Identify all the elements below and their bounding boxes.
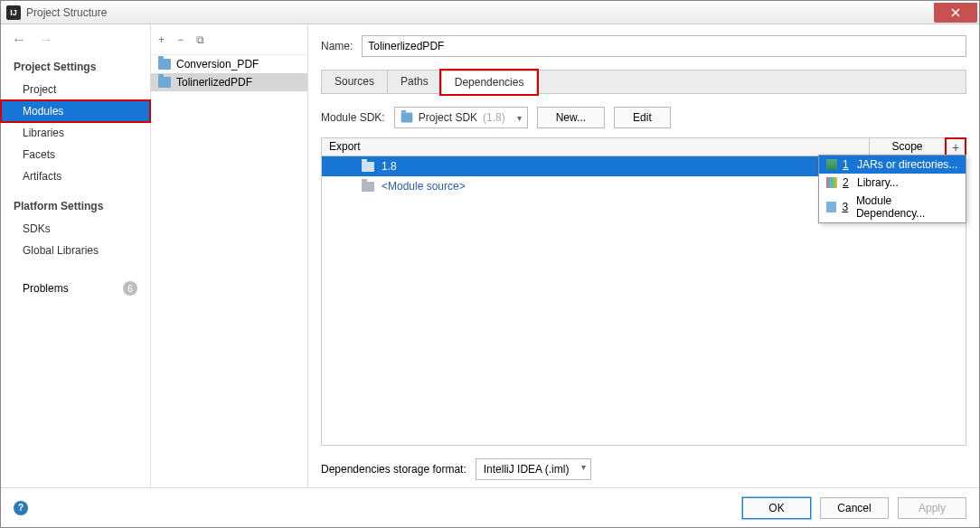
module-icon: [826, 202, 836, 212]
dep-label: <Module source>: [382, 180, 466, 193]
titlebar: IJ Project Structure: [1, 1, 979, 24]
project-structure-window: IJ Project Structure ← → Project Setting…: [0, 0, 980, 528]
module-item-conversion-pdf[interactable]: Conversion_PDF: [151, 55, 307, 73]
folder-icon: [158, 59, 171, 70]
sidebar-item-project[interactable]: Project: [1, 79, 150, 100]
ok-button[interactable]: OK: [742, 497, 811, 519]
remove-module-icon[interactable]: −: [177, 33, 184, 46]
popup-underline: 2: [843, 176, 852, 189]
window-title: Project Structure: [26, 6, 934, 19]
module-label: Conversion_PDF: [176, 58, 259, 71]
module-label: TolinerlizedPDF: [176, 76, 252, 89]
popup-label: Module Dependency...: [856, 194, 958, 220]
sdk-row: Module SDK: Project SDK (1.8) ▾ New... E…: [321, 107, 966, 128]
content-area: ← → Project Settings Project Modules Lib…: [1, 24, 979, 487]
deps-header: Export Scope +: [322, 138, 966, 156]
storage-format-dropdown[interactable]: IntelliJ IDEA (.iml): [476, 458, 591, 480]
popup-underline: 3: [842, 201, 850, 213]
sidebar-item-facets[interactable]: Facets: [1, 144, 150, 165]
settings-sidebar: ← → Project Settings Project Modules Lib…: [1, 24, 151, 487]
module-list-pane: + − ⧉ Conversion_PDF TolinerlizedPDF: [151, 24, 308, 487]
edit-sdk-button[interactable]: Edit: [614, 107, 671, 128]
storage-label: Dependencies storage format:: [321, 463, 466, 476]
chevron-down-icon: ▾: [517, 113, 522, 123]
popup-label: JARs or directories...: [857, 158, 957, 171]
sdk-value: Project SDK: [419, 111, 477, 124]
dep-label: 1.8: [382, 160, 397, 173]
forward-arrow-icon[interactable]: →: [39, 32, 53, 48]
dialog-footer: ? OK Cancel Apply: [1, 487, 979, 527]
name-label: Name:: [321, 40, 353, 52]
popup-item-jars[interactable]: 1 JARs or directories...: [819, 156, 966, 174]
app-icon: IJ: [6, 5, 21, 20]
sidebar-item-global-libraries[interactable]: Global Libraries: [1, 240, 150, 261]
popup-label: Library...: [857, 176, 899, 189]
library-icon: [826, 177, 837, 188]
main-pane: Name: Sources Paths Dependencies Module …: [308, 24, 979, 487]
cancel-button[interactable]: Cancel: [820, 497, 889, 519]
folder-icon: [362, 162, 374, 172]
sdk-label: Module SDK:: [321, 111, 385, 124]
platform-settings-header: Platform Settings: [1, 194, 150, 218]
tab-paths[interactable]: Paths: [387, 70, 442, 93]
add-dependency-button[interactable]: +: [946, 138, 966, 156]
folder-icon: [400, 113, 412, 123]
add-dependency-popup: 1 JARs or directories... 2 Library... 3 …: [818, 155, 966, 223]
popup-item-library[interactable]: 2 Library...: [819, 174, 966, 192]
sidebar-item-libraries[interactable]: Libraries: [1, 122, 150, 144]
apply-button[interactable]: Apply: [898, 497, 966, 519]
sidebar-item-problems[interactable]: Problems 6: [1, 278, 150, 299]
module-toolbar: + − ⧉: [151, 24, 307, 55]
storage-format-row: Dependencies storage format: IntelliJ ID…: [321, 458, 966, 480]
new-sdk-button[interactable]: New...: [537, 107, 605, 128]
dependencies-table: Export Scope + 1.8 <Module source> −: [321, 137, 966, 446]
tab-dependencies[interactable]: Dependencies: [441, 71, 538, 94]
jar-icon: [826, 159, 837, 170]
sidebar-item-modules[interactable]: Modules: [1, 100, 150, 122]
problems-count-badge: 6: [123, 281, 137, 296]
module-name-input[interactable]: [362, 35, 966, 57]
popup-item-module-dep[interactable]: 3 Module Dependency...: [819, 192, 966, 222]
module-list: Conversion_PDF TolinerlizedPDF: [151, 55, 307, 487]
tab-sources[interactable]: Sources: [321, 70, 388, 93]
copy-module-icon[interactable]: ⧉: [196, 33, 204, 46]
module-tabs: Sources Paths Dependencies: [321, 70, 966, 94]
name-row: Name:: [321, 35, 966, 57]
nav-arrows: ← →: [1, 24, 150, 55]
popup-underline: 1: [843, 158, 852, 171]
back-arrow-icon[interactable]: ←: [12, 32, 26, 48]
sidebar-item-artifacts[interactable]: Artifacts: [1, 165, 150, 187]
close-button[interactable]: [934, 3, 977, 23]
project-settings-header: Project Settings: [1, 55, 150, 79]
export-column-header[interactable]: Export: [322, 138, 870, 156]
tabs-filler: [536, 70, 966, 93]
folder-icon: [158, 77, 171, 88]
folder-icon: [362, 182, 374, 192]
add-module-icon[interactable]: +: [158, 33, 165, 46]
close-icon: [951, 8, 960, 17]
module-item-tolinerlizedpdf[interactable]: TolinerlizedPDF: [151, 73, 307, 91]
sdk-dropdown[interactable]: Project SDK (1.8) ▾: [394, 107, 528, 128]
scope-column-header[interactable]: Scope: [870, 138, 946, 156]
sidebar-item-sdks[interactable]: SDKs: [1, 218, 150, 240]
problems-label: Problems: [23, 282, 69, 295]
help-button[interactable]: ?: [14, 501, 28, 515]
sdk-version: (1.8): [483, 111, 505, 124]
